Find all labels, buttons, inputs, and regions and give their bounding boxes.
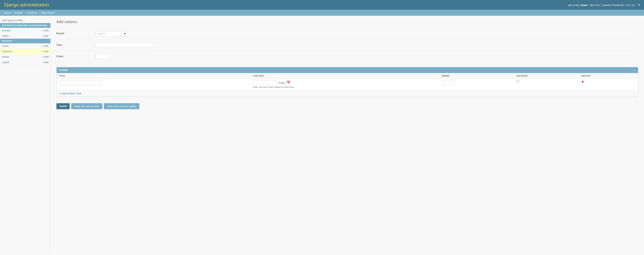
inline-table-header-row: TITLE DUE DATE ORDER ARCHIVED DELETE? <box>56 73 638 79</box>
inline-cards-section: CARDS TITLE DUE DATE ORDER ARCHIVED DELE… <box>56 67 638 97</box>
container: AUTHENTICATION AND AUTHORIZATION Groups … <box>0 16 644 253</box>
pipe-separator: | <box>285 81 286 84</box>
board-field: --------- <box>95 31 638 36</box>
card-order-input[interactable] <box>442 80 455 85</box>
header: Django administration WELCOME, ADMIN . V… <box>0 0 644 10</box>
view-site-link[interactable]: VIEW SITE <box>589 4 600 6</box>
sidebar-link-cards[interactable]: Cards <box>2 44 9 47</box>
main-content: Add column Board: --------- Title: <box>50 16 644 253</box>
col-header-order: ORDER <box>439 73 514 79</box>
breadcrumbs: Home › Boards › Columns › Add column <box>0 10 644 16</box>
log-out-link[interactable]: LOG OUT <box>626 4 635 6</box>
title-label: Title: <box>56 42 95 46</box>
delete-card-button[interactable]: ✖ <box>581 80 584 83</box>
sidebar-section-boards-header: BOARDS <box>0 39 50 43</box>
separator: . <box>588 4 588 6</box>
sidebar-item-invites[interactable]: Invites + Add <box>0 54 50 60</box>
breadcrumb-home[interactable]: Home <box>4 11 11 14</box>
sidebar-link-invites[interactable]: Invites <box>2 55 9 58</box>
breadcrumb-boards[interactable]: Boards <box>15 11 23 14</box>
sidebar-item-labels[interactable]: Labels + Add <box>0 60 50 65</box>
inline-cards-header: CARDS <box>56 67 638 73</box>
plus-icon: + <box>59 92 60 95</box>
sidebar-add-groups[interactable]: + Add <box>42 29 48 32</box>
add-another-card-label: Add another Card <box>61 92 81 95</box>
page-title: Add column <box>56 20 638 24</box>
sidebar-section-auth-header: AUTHENTICATION AND AUTHORIZATION <box>0 23 50 28</box>
form-row-title: Title: <box>56 40 638 51</box>
username: ADMIN <box>580 4 588 6</box>
card-title-input[interactable] <box>59 80 102 85</box>
breadcrumb-sep3: › <box>39 11 40 14</box>
site-title: Django administration <box>4 2 49 7</box>
sidebar-add-cards[interactable]: + Add <box>42 44 48 47</box>
sidebar-filter-input[interactable] <box>0 18 50 23</box>
sidebar-item-columns[interactable]: Columns + Add <box>0 49 50 54</box>
sidebar-link-labels[interactable]: Labels <box>2 61 9 64</box>
add-column-form: Board: --------- Title: Order: <box>56 28 638 62</box>
card-archived-cell <box>514 79 579 90</box>
card-date-input[interactable] <box>253 80 276 85</box>
form-row-board: Board: --------- <box>56 28 638 40</box>
sidebar-add-columns[interactable]: + Add <box>42 50 48 53</box>
title-field <box>95 42 638 48</box>
board-label: Board: <box>56 31 95 35</box>
sidebar-link-users[interactable]: Users <box>2 34 8 37</box>
save-add-another-button[interactable]: Save and add another <box>71 103 102 109</box>
breadcrumb-sep1: › <box>12 11 14 14</box>
inline-cards-table: TITLE DUE DATE ORDER ARCHIVED DELETE? <box>56 73 638 90</box>
table-row: Today | 📅 Note: You are 2 hours ahead of… <box>56 79 638 90</box>
archived-checkbox[interactable] <box>516 80 519 83</box>
save-continue-button[interactable]: Save and continue editing <box>104 103 139 109</box>
sidebar-link-columns[interactable]: Columns <box>2 50 12 53</box>
col-header-delete: DELETE? <box>579 73 638 79</box>
card-delete-cell: ✖ <box>579 79 638 90</box>
card-due-date-cell: Today | 📅 Note: You are 2 hours ahead of… <box>251 79 439 90</box>
breadcrumb-current: Add column <box>41 11 55 14</box>
board-select[interactable]: --------- <box>95 31 126 36</box>
calendar-icon[interactable]: 📅 <box>286 81 290 84</box>
breadcrumb-columns[interactable]: Columns <box>27 11 37 14</box>
breadcrumb-sep2: › <box>24 11 26 14</box>
add-another-card-link[interactable]: + Add another Card <box>56 90 84 97</box>
col-header-archived: ARCHIVED <box>514 73 579 79</box>
sidebar-item-users[interactable]: Users + Add <box>0 33 50 39</box>
sidebar-add-users[interactable]: + Add <box>42 34 48 37</box>
form-row-order: Order: <box>56 51 638 62</box>
col-header-title: TITLE <box>56 73 251 79</box>
title-input[interactable] <box>95 42 154 48</box>
welcome-prefix: WELCOME, <box>568 4 580 6</box>
sidebar-section-boards: BOARDS Cards + Add Columns + Add Invites… <box>0 39 50 65</box>
sidebar-section-auth: AUTHENTICATION AND AUTHORIZATION Groups … <box>0 23 50 39</box>
sidebar-add-labels[interactable]: + Add <box>42 61 48 64</box>
sidebar-add-invites[interactable]: + Add <box>42 55 48 58</box>
sidebar-item-groups[interactable]: Groups + Add <box>0 28 50 33</box>
theme-toggle-icon[interactable]: ☀ <box>638 3 640 6</box>
sidebar: AUTHENTICATION AND AUTHORIZATION Groups … <box>0 16 50 253</box>
submit-row: SAVE Save and add another Save and conti… <box>56 101 638 112</box>
card-order-cell <box>439 79 514 90</box>
sidebar-link-groups[interactable]: Groups <box>2 29 10 32</box>
card-title-cell <box>56 79 251 90</box>
user-tools: WELCOME, ADMIN . VIEW SITE / CHANGE PASS… <box>568 3 640 7</box>
change-password-link[interactable]: CHANGE PASSWORD <box>602 4 624 6</box>
save-button[interactable]: SAVE <box>56 103 70 109</box>
order-input[interactable] <box>95 54 111 59</box>
server-time-note: Note: You are 2 hours ahead of server ti… <box>253 86 437 88</box>
col-header-due-date: DUE DATE <box>251 73 439 79</box>
sidebar-item-cards[interactable]: Cards + Add <box>0 43 50 49</box>
today-link[interactable]: Today <box>278 81 284 84</box>
order-field <box>95 54 638 59</box>
order-label: Order: <box>56 54 95 58</box>
